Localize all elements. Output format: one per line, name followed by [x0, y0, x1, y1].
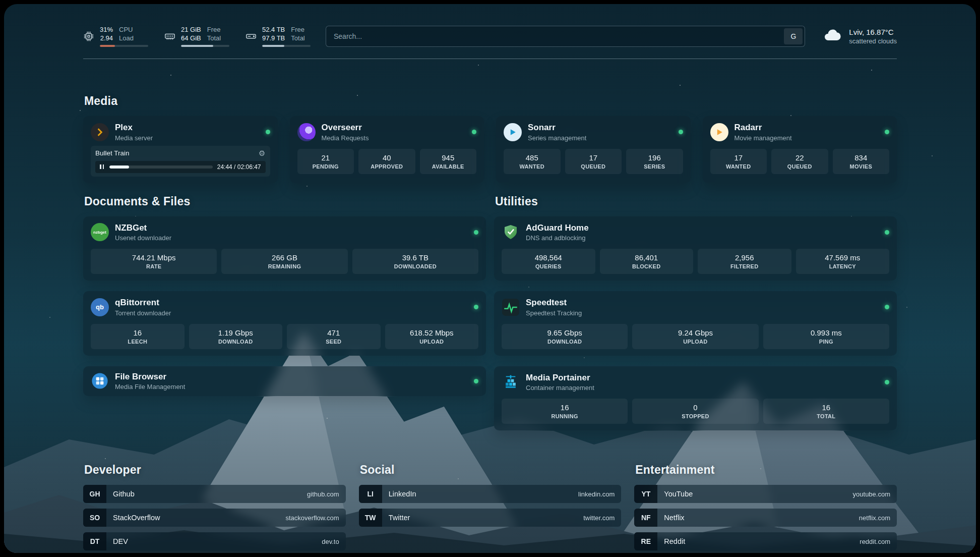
bookmark-dev[interactable]: DT DEV dev.to [83, 532, 346, 550]
service-card-qbittorrent[interactable]: qb qBittorrent Torrent downloader 16LEEC… [83, 291, 486, 356]
status-dot [885, 130, 889, 134]
service-subtitle: Movie management [734, 134, 879, 142]
service-card-overseerr[interactable]: Overseerr Media Requests 21PENDING 40APP… [290, 116, 484, 183]
bookmark-abbr: YT [634, 485, 657, 503]
memory-body: 21 GiB 64 GiB Free Total [181, 26, 229, 47]
utilities-heading: Utilities [495, 195, 897, 208]
pause-button[interactable] [99, 164, 105, 170]
service-card-radarr[interactable]: Radarr Movie management 17WANTED 22QUEUE… [703, 116, 897, 183]
cpu-body: 31% 2.94 CPU Load [100, 26, 148, 47]
search-input[interactable] [326, 26, 805, 47]
service-card-sonarr[interactable]: Sonarr Series management 485WANTED 17QUE… [496, 116, 691, 183]
stat-remaining: 266 GBREMAINING [221, 249, 347, 274]
status-dot [885, 230, 889, 235]
bookmark-youtube[interactable]: YT YouTube youtube.com [634, 485, 897, 503]
disk-progress-track [262, 45, 311, 47]
bookmark-abbr: GH [83, 485, 106, 503]
stat-download: 9.65 GbpsDOWNLOAD [502, 324, 628, 349]
disk-total: 97.9 TB [262, 34, 285, 43]
stat-leech: 16LEECH [91, 324, 185, 349]
memory-total: 64 GiB [181, 34, 201, 43]
portainer-icon [502, 373, 520, 391]
bookmark-abbr: SO [83, 509, 106, 527]
nzbget-icon: nzbget [91, 223, 109, 241]
stat-total: 16TOTAL [763, 399, 889, 424]
gear-icon[interactable]: ⚙ [259, 149, 265, 157]
stat-seed: 471SEED [287, 324, 381, 349]
stats-row: 485WANTED 17QUEUED 196SERIES [504, 149, 683, 174]
service-subtitle: Usenet downloader [115, 234, 468, 242]
memory-icon [164, 31, 175, 42]
service-card-speedtest[interactable]: Speedtest Speedtest Tracking 9.65 GbpsDO… [494, 291, 897, 356]
service-card-plex[interactable]: Plex Media server Bullet Train ⚙ [83, 116, 278, 183]
status-dot [885, 305, 889, 309]
cpu-icon [83, 31, 94, 42]
section-media: Media Plex Media server [83, 94, 897, 183]
service-card-nzbget[interactable]: nzbget NZBGet Usenet downloader 744.21 M… [83, 216, 486, 281]
bookmark-stackoverflow[interactable]: SO StackOverflow stackoverflow.com [83, 509, 346, 527]
playback-track[interactable] [109, 165, 213, 169]
stats-row: 17WANTED 22QUEUED 834MOVIES [710, 149, 890, 174]
snow-stars-decor [4, 4, 5, 5]
two-column-section: Documents & Files nzbget NZBGet Usenet d… [83, 195, 897, 441]
topbar-divider [83, 59, 897, 59]
bookmark-github[interactable]: GH Github github.com [83, 485, 346, 503]
memory-label-2: Total [207, 34, 221, 43]
developer-heading: Developer [84, 463, 346, 477]
service-card-adguard[interactable]: AdGuard Home DNS and adblocking 498,564Q… [494, 216, 897, 281]
service-title: qBittorrent [115, 298, 468, 308]
bookmark-group-developer: Developer GH Github github.com SO StackO… [83, 463, 346, 553]
stat-stopped: 0STOPPED [632, 399, 758, 424]
bookmark-group-social: Social LI LinkedIn linkedin.com TW Twitt… [359, 463, 622, 553]
stat-downloaded: 39.6 TBDOWNLOADED [352, 249, 478, 274]
service-subtitle: Media File Management [115, 383, 468, 391]
bookmark-label: DEV [113, 537, 322, 545]
stat-upload: 618.52 MbpsUPLOAD [385, 324, 479, 349]
status-dot [679, 130, 683, 134]
plex-now-playing: Bullet Train ⚙ 24:44 / 02:06:47 [91, 146, 270, 177]
service-subtitle: Torrent downloader [115, 309, 468, 317]
service-card-filebrowser[interactable]: File Browser Media File Management [83, 366, 486, 397]
column-documents: Documents & Files nzbget NZBGet Usenet d… [83, 195, 486, 441]
bookmark-abbr: NF [634, 509, 657, 527]
memory-progress-fill [181, 45, 213, 47]
status-dot [472, 130, 476, 134]
service-card-portainer[interactable]: Media Portainer Container management 16R… [494, 366, 897, 431]
bookmarks-section: Developer GH Github github.com SO StackO… [83, 463, 897, 553]
service-subtitle: Speedtest Tracking [526, 309, 879, 317]
stat-wanted: 485WANTED [504, 149, 561, 174]
playback-fill [109, 165, 129, 169]
stats-row: 744.21 MbpsRATE 266 GBREMAINING 39.6 TBD… [91, 249, 478, 274]
top-bar: 31% 2.94 CPU Load [83, 25, 897, 47]
playback-time: 24:44 / 02:06:47 [217, 163, 261, 171]
bookmark-netflix[interactable]: NF Netflix netflix.com [634, 509, 897, 527]
stat-approved: 40APPROVED [358, 149, 415, 174]
service-title: NZBGet [115, 223, 468, 233]
bookmark-label: Netflix [664, 514, 859, 522]
stat-running: 16RUNNING [502, 399, 628, 424]
status-dot [266, 130, 270, 134]
now-playing-title: Bullet Train [95, 149, 130, 157]
disk-body: 52.4 TB 97.9 TB Free Total [262, 26, 311, 47]
stat-filtered: 2,956FILTERED [698, 249, 791, 274]
documents-heading: Documents & Files [84, 195, 486, 208]
stat-queued: 22QUEUED [771, 149, 828, 174]
media-heading: Media [84, 94, 897, 108]
stat-rate: 744.21 MbpsRATE [91, 249, 217, 274]
weather-condition: scattered clouds [849, 37, 897, 45]
service-title: Media Portainer [526, 373, 879, 383]
stat-wanted: 17WANTED [710, 149, 767, 174]
bookmark-twitter[interactable]: TW Twitter twitter.com [359, 509, 622, 527]
bookmark-url: linkedin.com [578, 490, 615, 498]
bookmark-url: github.com [307, 490, 339, 498]
stat-blocked: 86,401BLOCKED [600, 249, 694, 274]
bookmark-linkedin[interactable]: LI LinkedIn linkedin.com [359, 485, 622, 503]
weather-location: Lviv, 16.87°C [849, 28, 897, 36]
memory-label-1: Free [207, 26, 221, 34]
memory-widget: 21 GiB 64 GiB Free Total [164, 26, 229, 47]
speedtest-icon [502, 298, 520, 316]
cpu-percent: 31% [100, 26, 113, 34]
search-provider-button[interactable]: G [784, 28, 803, 44]
bookmark-reddit[interactable]: RE Reddit reddit.com [634, 532, 897, 550]
bookmark-url: stackoverflow.com [285, 514, 339, 522]
